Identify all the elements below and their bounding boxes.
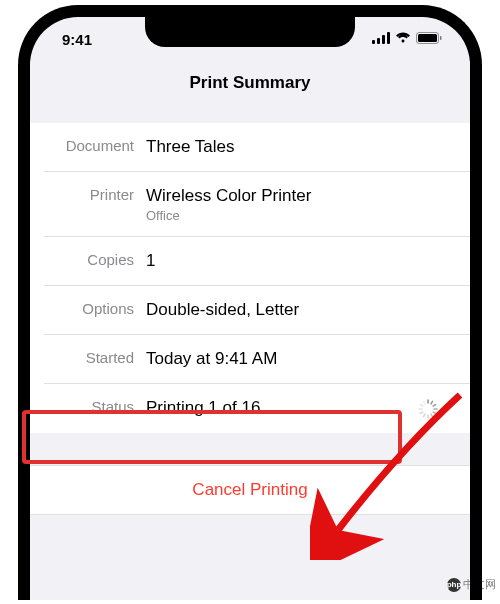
row-value: 1 (146, 250, 454, 272)
row-label: Started (44, 348, 146, 366)
svg-rect-2 (382, 35, 385, 44)
row-label: Copies (44, 250, 146, 268)
content-list: Document Three Tales Printer Wireless Co… (30, 123, 470, 433)
notch (145, 17, 355, 47)
svg-line-15 (420, 412, 423, 414)
svg-line-12 (431, 414, 433, 417)
row-label: Status (44, 397, 146, 415)
svg-line-9 (433, 404, 436, 406)
row-copies: Copies 1 (44, 237, 470, 286)
header: Print Summary (30, 61, 470, 123)
svg-line-8 (431, 401, 433, 404)
row-document: Document Three Tales (44, 123, 470, 172)
svg-rect-3 (387, 32, 390, 44)
svg-rect-1 (377, 38, 380, 44)
row-value: Today at 9:41 AM (146, 348, 454, 370)
page-title: Print Summary (30, 73, 470, 93)
svg-line-14 (424, 414, 426, 417)
row-status: Status Printing 1 of 16... (44, 384, 470, 432)
svg-line-17 (420, 404, 423, 406)
watermark-logo-icon: php (447, 578, 461, 592)
row-label: Options (44, 299, 146, 317)
cancel-printing-button[interactable]: Cancel Printing (192, 480, 307, 499)
watermark-text: 中文网 (463, 577, 496, 592)
svg-rect-5 (418, 34, 437, 42)
wifi-icon (395, 30, 411, 48)
status-time: 9:41 (62, 31, 92, 48)
row-subvalue: Office (146, 208, 311, 223)
row-started: Started Today at 9:41 AM (44, 335, 470, 384)
phone-frame: 9:41 Print Summary Document Three Tales … (18, 5, 482, 600)
svg-line-11 (433, 412, 436, 414)
section-gap (30, 433, 470, 465)
row-printer: Printer Wireless Color Printer Office (44, 172, 470, 237)
cellular-signal-icon (372, 30, 390, 48)
row-value: Three Tales (146, 136, 454, 158)
svg-rect-0 (372, 40, 375, 44)
row-label: Document (44, 136, 146, 154)
cancel-row[interactable]: Cancel Printing (30, 465, 470, 515)
battery-icon (416, 30, 442, 48)
row-options: Options Double-sided, Letter (44, 286, 470, 335)
spinner-icon (418, 399, 438, 419)
row-value: Printing 1 of 16... (146, 397, 454, 419)
svg-line-18 (424, 401, 426, 404)
row-value-wrap: Wireless Color Printer Office (146, 185, 311, 223)
row-label: Printer (44, 185, 146, 203)
status-icons (372, 30, 442, 48)
row-value: Double-sided, Letter (146, 299, 454, 321)
row-value: Wireless Color Printer (146, 185, 311, 207)
watermark: php 中文网 (447, 577, 496, 592)
svg-rect-6 (440, 36, 442, 40)
